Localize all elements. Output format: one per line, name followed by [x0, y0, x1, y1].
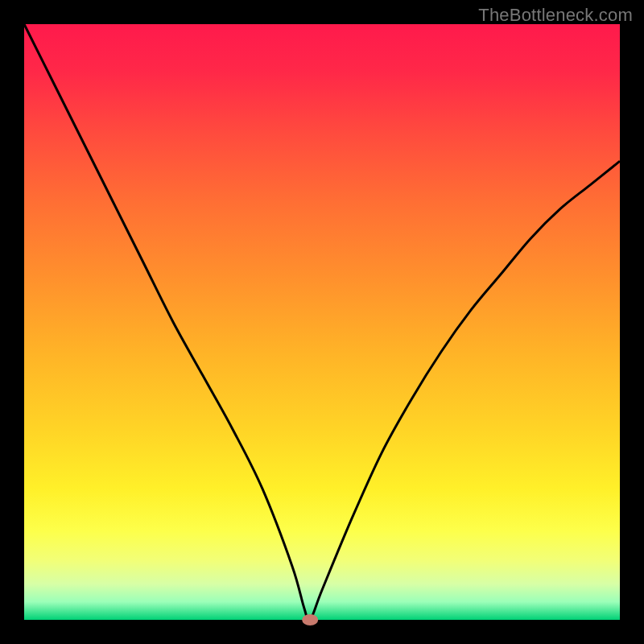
optimal-point-marker: [302, 614, 318, 625]
plot-background: [24, 24, 620, 620]
chart-outer-frame: TheBottleneck.com: [0, 0, 644, 644]
bottleneck-chart: [0, 0, 644, 644]
